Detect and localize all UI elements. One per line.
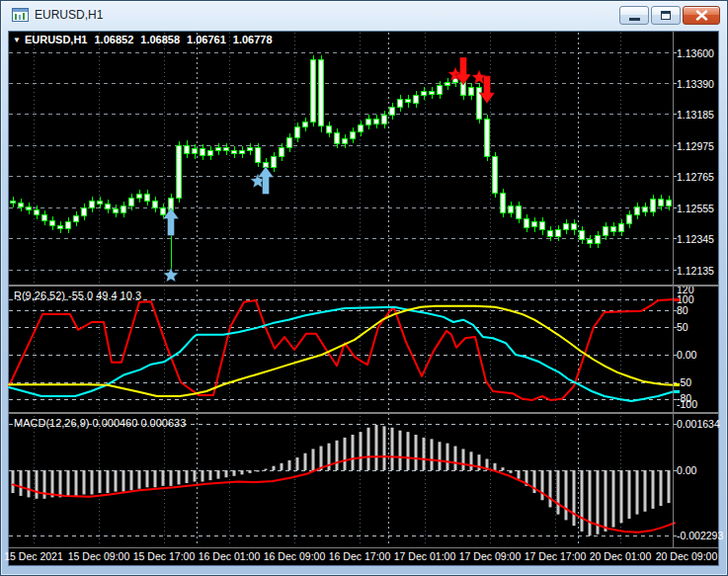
candle-body [27,206,32,209]
candle-body [153,201,158,208]
candle-body [493,156,498,194]
candle-body [177,146,182,199]
candle-body [327,125,332,132]
ohlc-close: 1.06778 [233,34,273,45]
macd-histogram-bar [51,470,54,497]
candle-body [121,206,126,212]
chevron-down-icon: ▼ [13,36,21,44]
macd-histogram-bar [288,460,291,470]
candle-body [311,60,316,123]
macd-histogram-bar [36,470,39,499]
time-axis-label: 16 Dec 17:00 [329,550,391,562]
macd-histogram-bar [628,470,631,519]
macd-histogram-bar [462,449,465,470]
candle-body [303,123,308,127]
macd-histogram-bar [502,467,505,470]
candle-body [438,85,443,95]
candle-body [430,91,435,95]
candle-body [248,147,253,150]
time-axis-label: 15 Dec 09:00 [68,550,130,562]
time-axis-label: 20 Dec 09:00 [656,550,718,562]
time-axis-label: 17 Dec 01:00 [394,550,456,562]
macd-histogram-bar [407,432,410,470]
minimize-icon [629,18,640,21]
panel-divider[interactable] [8,285,719,287]
ohlc-low: 1.06761 [187,34,226,45]
candle-body [619,223,624,231]
time-axis-label: 15 Dec 17:00 [133,550,196,562]
close-button[interactable] [683,6,720,25]
macd-histogram-bar [162,470,165,486]
candle-body [58,226,63,229]
candle-body [82,208,87,216]
time-axis-label: 15 Dec 2021 [4,550,63,562]
oscillator-axis-label: 80 [677,304,688,316]
candle-body [406,99,411,103]
macd-histogram-bar [352,435,355,470]
candle-body [114,208,119,212]
candle-body [556,229,561,236]
panel-divider[interactable] [8,412,719,414]
macd-histogram-bar [652,470,655,509]
window-titlebar[interactable]: EURUSD,H1 [1,1,727,31]
candle-body [145,194,150,201]
macd-histogram-bar [75,470,78,496]
price-axis-label: 1.12135 [677,265,714,277]
candle-body [588,239,593,244]
restore-button[interactable] [651,6,681,25]
restore-icon [661,11,671,20]
price-axis-label: 1.12975 [677,140,714,152]
chart-canvas[interactable]: 1.136001.133901.131851.129751.127651.125… [1,1,728,576]
candle-body [414,96,419,104]
macd-histogram-bar [336,441,339,470]
candle-body [366,120,371,125]
candle-body [532,222,537,227]
macd-histogram-bar [99,470,102,493]
indicator-current-value-tick [674,383,680,386]
candle-body [137,194,142,199]
candle-body [374,120,379,124]
macd-histogram-bar [138,470,141,489]
macd-histogram-bar [494,463,497,470]
macd-histogram-bar [431,439,434,470]
macd-histogram-bar [612,470,615,528]
oscillator-axis-label: 0.00 [677,349,697,361]
macd-histogram-bar [454,447,457,470]
macd-histogram-bar [581,470,584,532]
time-axis-label: 17 Dec 09:00 [459,550,522,562]
minimize-button[interactable] [619,6,649,25]
candle-body [90,201,95,208]
macd-histogram-bar [217,470,220,479]
candle-body [280,147,284,156]
macd-histogram-bar [67,470,70,496]
macd-histogram-bar [344,438,347,470]
macd-histogram-bar [312,449,315,470]
macd-histogram-bar [423,438,426,470]
macd-histogram-bar [28,470,31,497]
candle-body [627,214,632,223]
candle-body [319,60,324,126]
candle-body [525,218,529,227]
candle-body [398,99,403,107]
oscillator-axis-label: -50 [677,376,691,388]
price-axis-label: 1.13185 [677,109,714,121]
macd-histogram-bar [605,470,607,532]
candle-body [651,200,656,212]
macd-histogram-bar [225,470,228,477]
candle-body [201,149,205,156]
candle-body [572,223,577,230]
macd-histogram-bar [644,470,647,512]
macd-histogram-bar [265,469,268,470]
candle-body [193,149,198,154]
macd-histogram-bar [202,470,204,482]
candle-body [232,150,237,154]
candle-body [129,199,134,206]
candle-body [635,206,640,214]
price-axis-label: 1.12555 [677,203,714,214]
macd-indicator-label: MACD(12,26,9) 0.000460 0.000633 [14,417,186,429]
candle-body [224,147,229,150]
candle-body [42,214,47,220]
candle-body [343,139,348,144]
candle-body [469,87,474,95]
candle-body [501,194,506,213]
